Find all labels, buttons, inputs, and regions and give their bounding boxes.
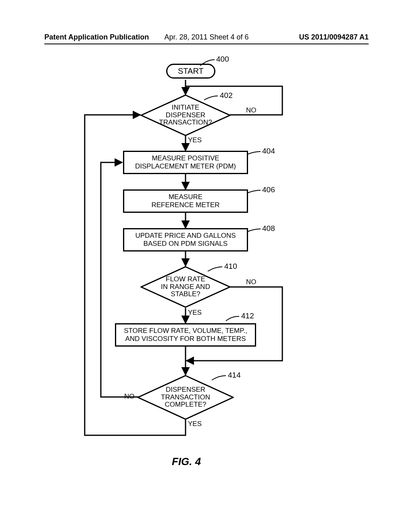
- d2-yes-label: YES: [188, 309, 202, 317]
- process-measure-pdm: MEASURE POSITIVEDISPLACEMENT METER (PDM): [123, 151, 248, 174]
- ref-406: 406: [262, 185, 275, 194]
- ref-402: 402: [220, 91, 233, 100]
- decision-initiate-label: INITIATEDISPENSERTRANSACTION?: [140, 94, 231, 136]
- decision-complete-label: DISPENSERTRANSACTIONCOMPLETE?: [137, 375, 234, 420]
- flowchart-canvas: START 400 INITIATEDISPENSERTRANSACTION? …: [0, 52, 413, 488]
- header-right: US 2011/0094287 A1: [261, 33, 369, 42]
- header-rule: [44, 44, 369, 44]
- ref-412: 412: [241, 312, 254, 320]
- d1-no-label: NO: [246, 106, 257, 114]
- figure-caption: FIG. 4: [172, 455, 201, 468]
- d3-no-label: NO: [124, 393, 135, 401]
- ref-408: 408: [262, 224, 275, 233]
- decision-complete: DISPENSERTRANSACTIONCOMPLETE?: [137, 375, 234, 420]
- header-center: Apr. 28, 2011 Sheet 4 of 6: [152, 33, 261, 42]
- p2-label: MEASUREREFERENCE METER: [151, 193, 219, 209]
- d2-no-label: NO: [246, 278, 257, 286]
- start-node: START: [166, 64, 215, 79]
- decision-flowrate-label: FLOW RATEIN RANGE ANDSTABLE?: [140, 266, 231, 308]
- ref-404: 404: [262, 147, 275, 156]
- page-header: Patent Application Publication Apr. 28, …: [0, 33, 413, 43]
- ref-414: 414: [228, 371, 241, 380]
- header-left: Patent Application Publication: [44, 33, 152, 42]
- decision-initiate: INITIATEDISPENSERTRANSACTION?: [140, 94, 231, 136]
- process-update-price: UPDATE PRICE AND GALLONSBASED ON PDM SIG…: [123, 228, 248, 251]
- process-measure-reference: MEASUREREFERENCE METER: [123, 189, 248, 213]
- p3-label: UPDATE PRICE AND GALLONSBASED ON PDM SIG…: [135, 232, 236, 247]
- ref-400: 400: [216, 55, 229, 64]
- process-store-flowrate: STORE FLOW RATE, VOLUME, TEMP.,AND VISCO…: [115, 323, 256, 347]
- p4-label: STORE FLOW RATE, VOLUME, TEMP.,AND VISCO…: [124, 327, 247, 343]
- start-label: START: [178, 66, 204, 76]
- decision-flowrate: FLOW RATEIN RANGE ANDSTABLE?: [140, 266, 231, 308]
- p1-label: MEASURE POSITIVEDISPLACEMENT METER (PDM): [135, 154, 236, 170]
- d3-yes-label: YES: [188, 420, 202, 428]
- ref-410: 410: [224, 262, 237, 271]
- d1-yes-label: YES: [188, 136, 202, 144]
